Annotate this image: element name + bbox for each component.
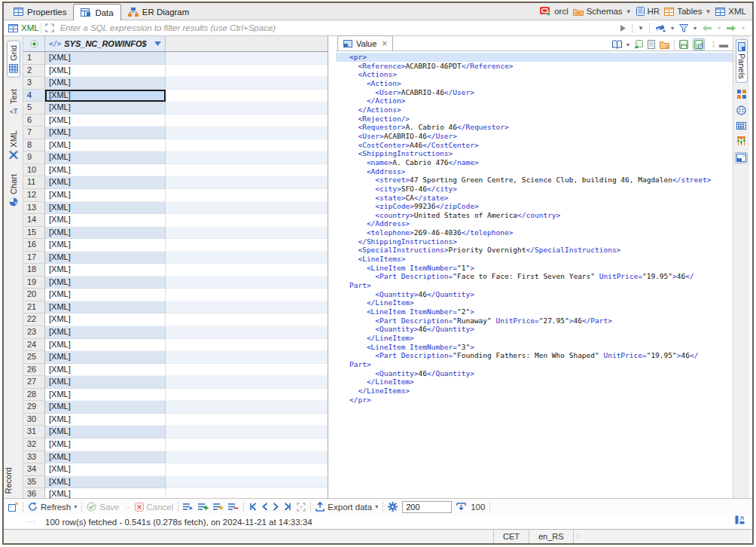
row-number-cell[interactable]: 17 [23,252,45,264]
row-number-cell[interactable]: 29 [23,401,45,414]
forward-icon[interactable] [726,25,736,32]
row-number-cell[interactable]: 15 [23,227,45,240]
tab-data[interactable]: Data [73,4,120,20]
xml-value-viewer[interactable]: <pr> <Reference>ACABRIO-46PDT</Reference… [336,51,733,498]
first-row-icon[interactable] [248,503,257,511]
xml-data-cell[interactable]: [XML] [45,426,166,439]
xml-data-cell[interactable]: [XML] [45,339,166,352]
chevron-down-icon[interactable]: ▾ [74,503,77,510]
row-number-cell[interactable]: 3 [23,77,45,90]
row-number-cell[interactable]: 31 [23,426,45,439]
panel-splitter[interactable] [328,36,336,498]
xml-data-cell[interactable]: [XML] [45,90,166,102]
xml-data-cell[interactable]: [XML] [45,214,166,227]
drag-handle-icon[interactable]: ⁞ [712,40,715,49]
row-number-cell[interactable]: 28 [23,389,45,402]
last-row-icon[interactable] [284,503,292,511]
xml-data-cell[interactable]: [XML] [45,488,166,498]
tab-panels[interactable]: Panels [736,39,748,83]
tables-selector[interactable]: Tables ▼ [664,7,711,16]
row-number-cell[interactable]: 25 [23,351,45,364]
row-number-cell[interactable]: 2 [23,65,45,78]
word-wrap-icon[interactable] [612,40,622,49]
metadata-panel-icon[interactable] [737,90,746,99]
save-button[interactable]: Save ·· [87,502,130,512]
presentation-tab-xml[interactable]: XML [8,127,20,163]
xml-data-cell[interactable]: [XML] [45,77,166,90]
add-row-icon[interactable] [198,503,209,511]
row-number-cell[interactable]: 11 [23,176,45,189]
xml-data-cell[interactable]: [XML] [45,439,166,451]
row-number-cell[interactable]: 9 [23,151,45,164]
xml-data-cell[interactable]: [XML] [45,364,166,377]
row-number-cell[interactable]: 10 [23,164,45,177]
row-number-cell[interactable]: 4 [23,90,45,102]
connection-selector[interactable]: orcl [540,7,569,16]
column-header[interactable]: </> SYS_NC_ROWINFO$ [45,36,166,51]
filter-history-chevron-icon[interactable]: ▼ [638,25,644,32]
row-number-cell[interactable]: 32 [23,439,45,451]
row-number-cell[interactable]: 16 [23,239,45,252]
presentation-tab-grid[interactable]: Grid [7,41,20,78]
row-number-cell[interactable]: 33 [23,451,45,464]
xml-data-cell[interactable]: [XML] [45,65,166,78]
xml-data-cell[interactable]: [XML] [45,227,166,240]
export-data-button[interactable]: Export data ▾ [316,502,378,512]
row-number-cell[interactable]: 24 [23,339,45,352]
xml-data-cell[interactable]: [XML] [45,301,166,314]
chevron-down-icon[interactable]: ▾ [694,25,697,32]
row-number-cell[interactable]: 27 [23,376,45,389]
row-number-cell[interactable]: 8 [23,139,45,152]
schema-selector[interactable]: HR [636,7,660,16]
row-number-cell[interactable]: 36 [23,488,45,498]
row-number-cell[interactable]: 30 [23,414,45,426]
xml-data-cell[interactable]: [XML] [45,451,166,464]
presentation-tab-text[interactable]: <TText [8,85,20,119]
timezone-indicator[interactable]: CET [493,530,529,543]
xml-data-cell[interactable]: [XML] [45,326,166,339]
tab-properties[interactable]: Properties [7,4,73,20]
xml-data-cell[interactable]: [XML] [45,139,166,152]
xml-data-cell[interactable]: [XML] [45,151,166,164]
xml-data-cell[interactable]: [XML] [45,289,166,301]
expand-filter-icon[interactable] [45,23,54,32]
row-number-cell[interactable]: 14 [23,214,45,227]
gear-icon[interactable] [388,502,398,512]
toggle-bottom-panel-icon[interactable] [735,515,745,524]
edit-cell-icon[interactable] [183,503,194,511]
chevron-down-icon[interactable]: ▾ [375,503,378,510]
tab-er-diagram[interactable]: ER Diagram [121,4,197,20]
tab-value[interactable]: Value × [337,35,393,50]
row-number-cell[interactable]: 18 [23,264,45,277]
virtual-keys-panel-icon[interactable] [736,122,746,130]
row-number-cell[interactable]: 7 [23,127,45,139]
next-row-icon[interactable] [273,503,279,511]
view-as-document-icon[interactable] [648,40,655,49]
column-dropdown-icon[interactable] [154,41,161,46]
fetch-all-icon[interactable] [297,503,306,512]
duplicate-row-icon[interactable] [213,503,224,511]
xml-data-cell[interactable]: [XML] [45,376,166,389]
xml-data-cell[interactable]: [XML] [45,202,166,215]
filter-settings-icon[interactable] [679,24,688,32]
row-number-cell[interactable]: 5 [23,102,45,115]
row-number-cell[interactable]: 13 [23,202,45,215]
open-in-new-window-icon[interactable] [8,503,18,512]
xml-data-cell[interactable]: [XML] [45,115,166,127]
delete-row-icon[interactable] [228,503,239,511]
xml-data-cell[interactable]: [XML] [45,164,166,177]
calc-panel-icon[interactable] [736,136,746,145]
back-icon[interactable] [702,25,712,32]
schemas-selector[interactable]: Schemas ▼ [573,7,632,16]
xml-data-cell[interactable]: [XML] [45,252,166,264]
presentation-tab-chart[interactable]: Chart [8,170,20,210]
row-number-cell[interactable]: 1 [23,52,45,65]
row-number-cell[interactable]: 21 [23,301,45,314]
row-number-cell[interactable]: 23 [23,326,45,339]
cancel-button[interactable]: Cancel [135,503,174,512]
xml-data-cell[interactable]: [XML] [45,176,166,189]
row-number-cell[interactable]: 26 [23,364,45,377]
xml-data-cell[interactable]: [XML] [45,313,166,326]
xml-data-cell[interactable]: [XML] [45,189,166,202]
row-header-corner[interactable] [23,36,45,51]
